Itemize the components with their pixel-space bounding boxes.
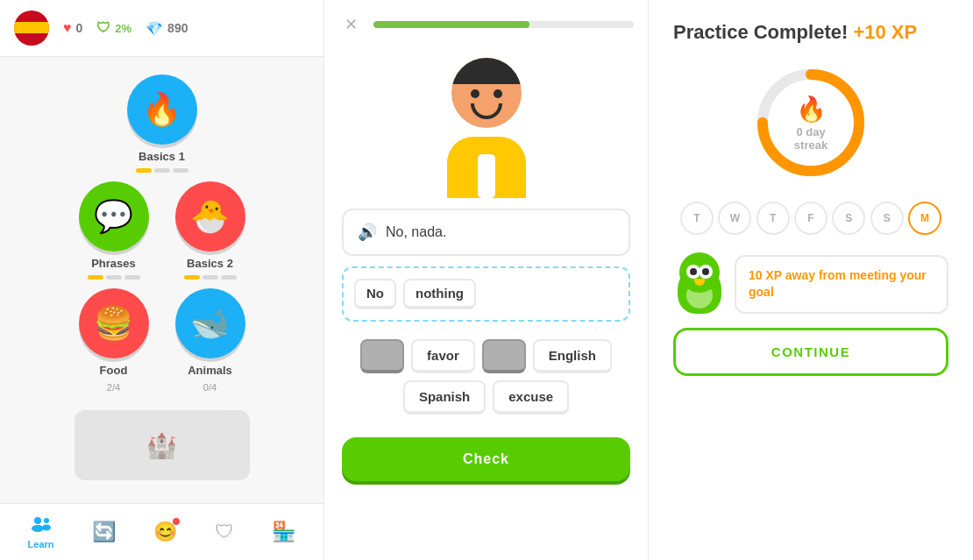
close-button[interactable]: ✕: [338, 12, 363, 37]
lesson-progress-bar: [373, 21, 634, 28]
word-chip-spanish[interactable]: Spanish: [403, 380, 486, 415]
svg-point-2: [32, 525, 44, 532]
practice-title-text: Practice Complete!: [673, 21, 853, 43]
bottom-nav: Learn 🔄 😊 🛡 🏪: [0, 503, 323, 560]
word-chip-blank1[interactable]: [360, 339, 404, 373]
lesson-circle-phrases[interactable]: 💬: [79, 181, 149, 252]
char-face: [451, 82, 522, 128]
nav-practice[interactable]: 🔄: [92, 521, 116, 543]
day-row: T W T F S S M: [673, 202, 948, 235]
word-chip-blank2[interactable]: [482, 339, 526, 373]
practice-icon: 🔄: [92, 521, 116, 543]
day-T1: T: [680, 202, 714, 235]
lesson-label-animals: Animals: [188, 364, 232, 377]
lesson-icon-animals: 🐋: [190, 305, 230, 342]
lesson-item-basics1[interactable]: 🔥 Basics 1: [127, 74, 197, 173]
lesson-sublabel-food: 2/4: [107, 382, 120, 393]
lesson-label-phrases: Phrases: [91, 257, 136, 270]
left-header: ♥ 0 🛡 2% 💎 890: [0, 0, 323, 57]
lesson-item-basics2[interactable]: 🐣 Basics 2: [175, 181, 245, 280]
lesson-item-phrases[interactable]: 💬 Phrases: [79, 181, 149, 280]
char-eye-right: [494, 89, 502, 98]
shield-stat-icon: 🛡: [96, 20, 110, 36]
heart-icon: ♥: [63, 20, 72, 36]
lesson-icon-basics1: 🔥: [142, 91, 181, 128]
owl-pupil-left: [690, 268, 697, 275]
word-chip-excuse[interactable]: excuse: [493, 380, 569, 415]
lesson-circle-basics2[interactable]: 🐣: [175, 181, 245, 252]
owl-beak: [694, 279, 705, 286]
hearts-stat: ♥ 0: [63, 20, 82, 36]
speech-area[interactable]: 🔊 No, nada.: [342, 209, 630, 256]
lesson-icon-basics2: 🐣: [190, 198, 230, 235]
lesson-label-basics2: Basics 2: [187, 257, 233, 270]
profile-icon: 😊: [153, 521, 177, 543]
answer-word-nothing[interactable]: nothing: [403, 279, 476, 309]
char-eye-left: [471, 89, 479, 98]
learn-icon: [31, 514, 52, 536]
lesson-row-2: 💬 Phrases 🐣 Basics 2: [79, 181, 245, 280]
owl-illustration: [673, 252, 726, 314]
streak-stat: 🛡 2%: [96, 20, 131, 36]
locked-section: 🏰: [75, 410, 250, 480]
char-smile: [471, 103, 502, 119]
lesson-circle-animals[interactable]: 🐋: [175, 288, 245, 358]
check-button[interactable]: Check: [342, 437, 630, 481]
answer-word-no[interactable]: No: [354, 279, 396, 309]
continue-button[interactable]: CONTINUE: [673, 328, 948, 376]
lesson-item-food[interactable]: 🍔 Food 2/4: [79, 288, 149, 393]
right-panel: Practice Complete! +10 XP 🔥 0 day streak…: [649, 0, 973, 560]
owl-message-text: 10 XP away from meeting your goal: [749, 268, 927, 300]
shield-icon: 🛡: [215, 521, 234, 543]
learn-label: Learn: [28, 539, 54, 549]
lesson-row-3: 🍔 Food 2/4 🐋 Animals 0/4: [79, 288, 245, 393]
nav-shield[interactable]: 🛡: [215, 521, 234, 543]
char-head: [451, 58, 522, 128]
lesson-label-food: Food: [100, 364, 128, 377]
word-chip-english[interactable]: English: [533, 339, 612, 373]
streak-value: 2%: [115, 22, 131, 35]
lesson-progress-basics1: [136, 168, 188, 173]
day-S2: S: [870, 202, 904, 235]
word-bank: favor English Spanish excuse: [342, 339, 630, 415]
practice-title: Practice Complete! +10 XP: [673, 21, 948, 44]
left-panel: ♥ 0 🛡 2% 💎 890 🔥 Basics 1: [0, 0, 324, 560]
char-eyes: [451, 82, 522, 98]
nav-profile[interactable]: 😊: [153, 521, 177, 543]
lesson-sublabel-animals: 0/4: [203, 382, 217, 393]
streak-ring: 🔥 0 day streak: [749, 61, 872, 184]
language-flag[interactable]: [14, 11, 49, 46]
answer-area[interactable]: No nothing: [342, 266, 630, 322]
owl-message-row: 10 XP away from meeting your goal: [673, 252, 948, 314]
nav-learn[interactable]: Learn: [28, 514, 54, 549]
profile-badge: [173, 518, 180, 525]
store-icon: 🏪: [272, 521, 295, 543]
lesson-circle-food[interactable]: 🍔: [79, 288, 149, 358]
character: [430, 58, 543, 198]
nav-store[interactable]: 🏪: [272, 521, 295, 543]
streak-flame-icon: 🔥: [796, 96, 827, 123]
owl-head: [679, 252, 720, 293]
lesson-icon-phrases: 💬: [94, 198, 133, 235]
speech-text: No, nada.: [386, 224, 446, 240]
lesson-progress-basics2: [184, 275, 237, 280]
xp-gain: +10 XP: [853, 21, 917, 43]
speaker-icon[interactable]: 🔊: [358, 223, 377, 242]
lesson-circle-basics1[interactable]: 🔥: [127, 74, 197, 145]
day-S1: S: [832, 202, 865, 235]
lesson-label-basics1: Basics 1: [138, 150, 185, 163]
char-body: [447, 137, 526, 198]
char-hair: [451, 58, 522, 84]
day-F: F: [794, 202, 827, 235]
word-chip-favor[interactable]: favor: [411, 339, 475, 373]
day-M: M: [908, 202, 941, 235]
message-bubble: 10 XP away from meeting your goal: [735, 255, 948, 314]
gem-icon: 💎: [146, 20, 163, 37]
svg-point-3: [42, 525, 51, 531]
progress-fill: [373, 21, 529, 28]
hearts-value: 0: [76, 21, 83, 35]
character-illustration: [324, 49, 648, 198]
svg-point-0: [34, 517, 41, 524]
lesson-item-animals[interactable]: 🐋 Animals 0/4: [175, 288, 245, 393]
mid-header: ✕: [324, 0, 648, 49]
